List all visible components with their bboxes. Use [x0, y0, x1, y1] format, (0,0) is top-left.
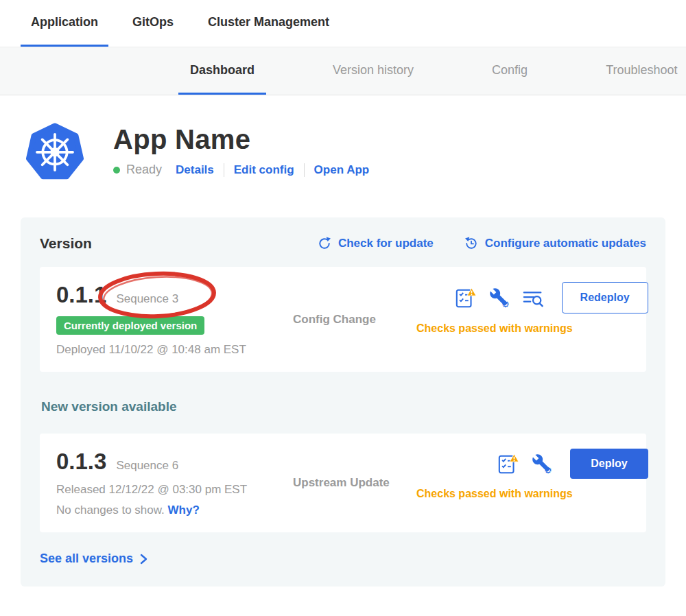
- auto-update-clock-icon: [464, 236, 479, 251]
- tab-version-history[interactable]: Version history: [321, 47, 425, 95]
- chevron-right-icon: [137, 552, 150, 566]
- available-checks-status: Checks passed with warnings: [416, 488, 573, 500]
- available-check-icons: ⚙: [497, 453, 552, 475]
- version-section-header: Version Check for update Configure autom…: [40, 235, 646, 252]
- available-version-info: 0.1.3 Sequence 6 Released 12/12/22 @ 03:…: [56, 449, 293, 517]
- current-version-sequence: Sequence 3: [116, 292, 178, 306]
- released-timestamp: Released 12/12/22 @ 03:30 pm EST: [56, 483, 293, 497]
- see-all-versions-label: See all versions: [40, 552, 133, 566]
- svg-text:⚙: ⚙: [501, 299, 510, 308]
- tab-cluster-management[interactable]: Cluster Management: [198, 0, 340, 47]
- version-actions: Check for update Configure automatic upd…: [317, 236, 646, 251]
- why-link[interactable]: Why?: [168, 504, 200, 517]
- check-for-update-label: Check for update: [338, 237, 434, 250]
- tab-troubleshoot[interactable]: Troubleshoot: [594, 47, 686, 95]
- current-version-number: 0.1.1: [56, 282, 106, 308]
- details-link[interactable]: Details: [176, 163, 214, 177]
- refresh-icon: [317, 236, 332, 251]
- redeploy-button[interactable]: Redeploy: [562, 282, 648, 313]
- svg-text:⚙: ⚙: [544, 465, 552, 474]
- edit-config-link[interactable]: Edit config: [234, 163, 294, 177]
- tab-dashboard[interactable]: Dashboard: [178, 47, 266, 95]
- current-checks-status: Checks passed with warnings: [416, 322, 573, 335]
- deployed-timestamp: Deployed 11/10/22 @ 10:48 am EST: [56, 343, 293, 357]
- app-status: Ready: [126, 163, 162, 177]
- status-dot: [113, 167, 120, 174]
- app-nav: Dashboard Version history Config Trouble…: [0, 47, 686, 95]
- check-for-update-link[interactable]: Check for update: [317, 236, 434, 251]
- release-diff-magnifier-icon[interactable]: [522, 287, 544, 309]
- config-wrench-gear-icon[interactable]: ⚙: [489, 287, 510, 308]
- primary-nav: Application GitOps Cluster Management: [0, 0, 686, 47]
- separator: [224, 163, 224, 177]
- configure-automatic-updates-label: Configure automatic updates: [485, 237, 646, 250]
- version-section: Version Check for update Configure autom…: [21, 217, 665, 587]
- see-all-versions-link[interactable]: See all versions: [40, 552, 150, 566]
- current-version-info: 0.1.1 Sequence 3 Currently deployed vers…: [56, 282, 293, 357]
- app-header: App Name Ready Details Edit config Open …: [0, 95, 686, 180]
- available-version-card: 0.1.3 Sequence 6 Released 12/12/22 @ 03:…: [40, 434, 646, 532]
- deploy-button[interactable]: Deploy: [570, 449, 648, 479]
- available-version-number: 0.1.3: [56, 449, 106, 475]
- no-changes-text: No changes to show.: [56, 504, 165, 517]
- app-status-row: Ready Details Edit config Open App: [113, 163, 369, 177]
- new-version-heading: New version available: [41, 399, 646, 414]
- current-check-icons: ⚙: [455, 287, 544, 309]
- current-version-card: 0.1.1 Sequence 3 Currently deployed vers…: [40, 267, 646, 372]
- current-change-type: Config Change: [293, 313, 416, 327]
- kubernetes-logo-icon: [26, 123, 84, 180]
- configure-automatic-updates-link[interactable]: Configure automatic updates: [464, 236, 646, 251]
- version-section-title: Version: [40, 235, 92, 252]
- tab-config[interactable]: Config: [480, 47, 539, 95]
- app-title: App Name: [113, 124, 369, 154]
- open-app-link[interactable]: Open App: [314, 163, 370, 177]
- tab-gitops[interactable]: GitOps: [122, 0, 184, 47]
- separator: [304, 163, 305, 177]
- preflight-checks-warning-icon[interactable]: [497, 453, 519, 475]
- config-wrench-gear-icon[interactable]: ⚙: [532, 453, 552, 474]
- available-change-type: Upstream Update: [293, 476, 416, 490]
- preflight-checks-warning-icon[interactable]: [455, 287, 477, 309]
- available-version-sequence: Sequence 6: [116, 459, 178, 473]
- tab-application[interactable]: Application: [21, 0, 108, 47]
- currently-deployed-badge: Currently deployed version: [56, 316, 204, 335]
